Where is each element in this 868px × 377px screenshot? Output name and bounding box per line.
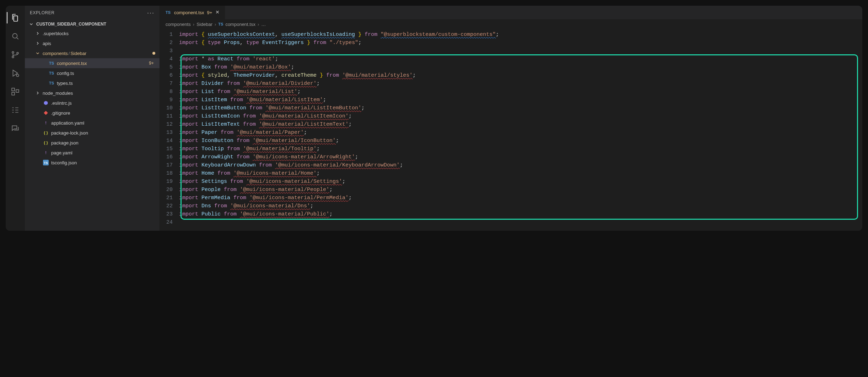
tree-folder[interactable]: components/Sidebar xyxy=(25,48,160,58)
tree-file[interactable]: TScomponent.tsx9+ xyxy=(25,58,160,68)
problems-badge: 9+ xyxy=(149,61,155,66)
code-editor[interactable]: 1import { useSuperblocksContext, useSupe… xyxy=(160,29,862,231)
chevron-right-icon: › xyxy=(215,22,216,27)
ts-file-icon: TS xyxy=(48,60,55,66)
tree-file[interactable]: .gitignore xyxy=(25,108,160,118)
code-line[interactable]: 22import Dns from '@mui/icons-material/D… xyxy=(160,202,858,210)
svg-rect-8 xyxy=(16,90,19,93)
code-line[interactable]: 13import Paper from '@mui/material/Paper… xyxy=(160,129,858,137)
ts-file-icon: TS xyxy=(48,80,55,86)
tree-item-label: components/Sidebar xyxy=(43,51,150,56)
line-number: 6 xyxy=(160,71,179,80)
activity-bar xyxy=(6,6,25,231)
code-line[interactable]: 21import PermMedia from '@mui/icons-mate… xyxy=(160,194,858,202)
line-number: 13 xyxy=(160,129,179,137)
line-number: 11 xyxy=(160,112,179,120)
extensions-icon xyxy=(11,87,20,96)
breadcrumb-item[interactable]: … xyxy=(261,22,266,27)
tree-file[interactable]: { }package-lock.json xyxy=(25,128,160,138)
tree-folder[interactable]: node_modules xyxy=(25,88,160,98)
ts-file-icon: TS xyxy=(48,70,55,76)
json-file-icon: { } xyxy=(43,130,49,136)
svg-marker-4 xyxy=(13,70,18,76)
run-debug-icon xyxy=(11,69,20,78)
breadcrumb-item[interactable]: components xyxy=(166,22,191,27)
chevron-right-icon xyxy=(35,90,41,96)
breadcrumb-item[interactable]: Sidebar xyxy=(196,22,212,27)
activity-outline[interactable] xyxy=(7,102,24,119)
code-line[interactable]: 3 xyxy=(160,47,858,55)
tree-folder[interactable]: .superblocks xyxy=(25,28,160,38)
tree-item-label: component.tsx xyxy=(57,61,147,66)
modified-dot-icon xyxy=(152,52,155,55)
tree-item-label: .gitignore xyxy=(51,110,155,116)
code-line[interactable]: 20import People from '@mui/icons-materia… xyxy=(160,186,858,194)
code-line[interactable]: 5import Box from '@mui/material/Box'; xyxy=(160,63,858,71)
chevron-right-icon xyxy=(35,40,41,46)
tab-component-tsx[interactable]: TS component.tsx 9+ xyxy=(160,6,225,19)
outline-icon xyxy=(11,105,20,115)
line-number: 23 xyxy=(160,210,179,218)
chevron-right-icon xyxy=(35,31,41,36)
tree-file[interactable]: !page.yaml xyxy=(25,148,160,158)
line-number: 20 xyxy=(160,186,179,194)
activity-explorer[interactable] xyxy=(7,9,24,26)
code-line[interactable]: 10import ListItemButton from '@mui/mater… xyxy=(160,104,858,112)
explorer-title: EXPLORER xyxy=(30,10,54,15)
code-line[interactable]: 8import List from '@mui/material/List'; xyxy=(160,88,858,96)
code-line[interactable]: 16import ArrowRight from '@mui/icons-mat… xyxy=(160,153,858,161)
code-line[interactable]: 24 xyxy=(160,218,858,226)
json-file-icon: { } xyxy=(43,140,49,146)
explorer-more-button[interactable]: ··· xyxy=(147,9,155,17)
code-line[interactable]: 14import IconButton from '@mui/material/… xyxy=(160,137,858,145)
code-line[interactable]: 9import ListItem from '@mui/material/Lis… xyxy=(160,96,858,104)
line-number: 15 xyxy=(160,145,179,153)
chevron-right-icon: › xyxy=(193,22,194,27)
code-line[interactable]: 18import Home from '@mui/icons-material/… xyxy=(160,169,858,177)
code-line[interactable]: 19import Settings from '@mui/icons-mater… xyxy=(160,177,858,186)
tree-file[interactable]: TStypes.ts xyxy=(25,78,160,88)
svg-marker-9 xyxy=(44,101,48,105)
tab-close-button[interactable] xyxy=(215,10,220,16)
code-line[interactable]: 23import Public from '@mui/icons-materia… xyxy=(160,210,858,218)
line-number: 9 xyxy=(160,96,179,104)
breadcrumb-item[interactable]: component.tsx xyxy=(225,22,255,27)
svg-rect-7 xyxy=(12,92,15,95)
code-line[interactable]: 15import Tooltip from '@mui/material/Too… xyxy=(160,145,858,153)
code-line[interactable]: 17import KeyboardArrowDown from '@mui/ic… xyxy=(160,161,858,169)
root-folder-row[interactable]: CUSTOM_SIDEBAR_COMPONENT xyxy=(25,20,160,28)
activity-run-debug[interactable] xyxy=(7,65,24,82)
tree-folder[interactable]: apis xyxy=(25,38,160,48)
line-number: 19 xyxy=(160,177,179,186)
line-number: 22 xyxy=(160,202,179,210)
code-line[interactable]: 2import { type Props, type EventTriggers… xyxy=(160,39,858,47)
code-line[interactable]: 1import { useSuperblocksContext, useSupe… xyxy=(160,31,858,39)
tree-file[interactable]: TSconfig.ts xyxy=(25,68,160,78)
tree-item-label: node_modules xyxy=(43,91,155,96)
svg-point-1 xyxy=(12,51,14,53)
tree-file[interactable]: .eslintrc.js xyxy=(25,98,160,108)
code-line[interactable]: 4import * as React from 'react'; xyxy=(160,55,858,63)
tree-file[interactable]: TStsconfig.json xyxy=(25,158,160,168)
code-line[interactable]: 7import Divider from '@mui/material/Divi… xyxy=(160,80,858,88)
activity-source-control[interactable] xyxy=(7,46,24,63)
ts-file-icon: TS xyxy=(218,22,223,26)
chevron-down-icon xyxy=(28,21,34,27)
yaml-file-icon: ! xyxy=(43,120,49,126)
activity-extensions[interactable] xyxy=(7,83,24,100)
tab-badge: 9+ xyxy=(207,10,212,15)
tree-file[interactable]: !application.yaml xyxy=(25,118,160,128)
tree-item-label: apis xyxy=(43,41,155,46)
tree-file[interactable]: { }package.json xyxy=(25,138,160,148)
tree-item-label: page.yaml xyxy=(51,150,155,155)
code-line[interactable]: 12import ListItemText from '@mui/materia… xyxy=(160,120,858,129)
line-number: 14 xyxy=(160,137,179,145)
activity-comments[interactable] xyxy=(7,120,24,137)
line-number: 12 xyxy=(160,120,179,129)
breadcrumb[interactable]: components › Sidebar › TS component.tsx … xyxy=(160,19,862,29)
activity-search[interactable] xyxy=(7,28,24,45)
code-line[interactable]: 11import ListItemIcon from '@mui/materia… xyxy=(160,112,858,120)
code-line[interactable]: 6import { styled, ThemeProvider, createT… xyxy=(160,71,858,80)
line-number: 16 xyxy=(160,153,179,161)
line-number: 1 xyxy=(160,31,179,39)
